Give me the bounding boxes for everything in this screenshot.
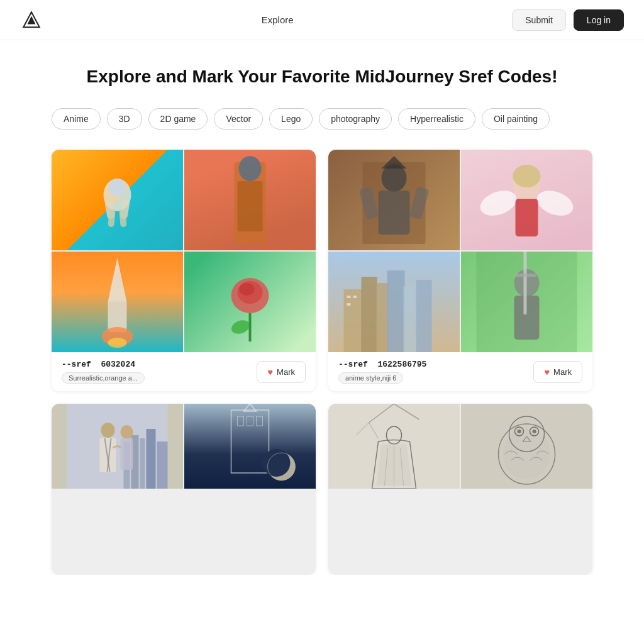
svg-rect-58 — [238, 416, 244, 426]
card-sketch-figures — [328, 404, 592, 575]
card-info-anime: --sref 1622586795 anime style,niji 6 — [338, 360, 426, 384]
svg-line-67 — [357, 423, 369, 435]
category-oilpainting[interactable]: Oil painting — [482, 108, 550, 130]
svg-rect-35 — [404, 286, 418, 352]
svg-rect-52 — [121, 438, 133, 470]
mark-button-2[interactable]: ♥ Mark — [533, 361, 582, 383]
svg-rect-36 — [416, 280, 432, 352]
svg-rect-31 — [344, 289, 363, 352]
svg-line-66 — [394, 404, 419, 419]
card-surrealistic: --sref 6032024 Surrealistic,orange a... … — [52, 150, 316, 391]
svg-point-27 — [513, 165, 541, 187]
svg-rect-60 — [257, 416, 263, 426]
svg-point-51 — [121, 425, 133, 439]
svg-point-78 — [518, 430, 521, 433]
logo[interactable] — [20, 9, 43, 31]
sref-tag-2: anime style,niji 6 — [338, 372, 403, 384]
svg-rect-49 — [147, 429, 156, 489]
card-images-anime — [328, 150, 592, 352]
svg-rect-43 — [524, 252, 527, 314]
category-3d[interactable]: 3D — [107, 108, 142, 130]
svg-rect-44 — [514, 274, 536, 277]
svg-point-53 — [101, 423, 115, 438]
card-image-9 — [52, 404, 183, 489]
category-row: Anime 3D 2D game Vector Lego photography… — [52, 108, 592, 130]
card-footer-surrealistic: --sref 6032024 Surrealistic,orange a... … — [52, 352, 316, 391]
card-images-sketch-figures — [328, 404, 592, 575]
svg-rect-32 — [362, 277, 377, 352]
card-info-surrealistic: --sref 6032024 Surrealistic,orange a... — [62, 360, 145, 384]
heart-icon-1: ♥ — [267, 367, 273, 377]
card-image-4 — [184, 252, 316, 352]
card-image-7 — [328, 252, 460, 352]
sref-code-1: --sref 6032024 — [62, 360, 145, 369]
card-image-3 — [52, 252, 183, 352]
category-anime[interactable]: Anime — [52, 108, 101, 130]
card-image-11 — [328, 404, 460, 489]
card-images-sketch — [52, 404, 316, 575]
explore-nav-link[interactable]: Explore — [262, 14, 294, 25]
sref-tag-1: Surrealistic,orange a... — [62, 372, 145, 384]
svg-point-3 — [109, 179, 126, 196]
svg-point-9 — [239, 156, 262, 181]
svg-point-17 — [240, 283, 255, 296]
main-nav: Explore — [262, 14, 294, 25]
svg-marker-11 — [108, 258, 127, 302]
header-right: Submit Log in — [512, 9, 624, 31]
mark-button-1[interactable]: ♥ Mark — [257, 361, 306, 383]
card-footer-anime: --sref 1622586795 anime style,niji 6 ♥ M… — [328, 352, 592, 391]
svg-point-19 — [230, 318, 252, 336]
svg-line-65 — [369, 404, 394, 423]
card-anime: --sref 1622586795 anime style,niji 6 ♥ M… — [328, 150, 592, 391]
submit-button[interactable]: Submit — [512, 9, 566, 31]
mark-label-2: Mark — [553, 367, 572, 377]
category-hyperrealistic[interactable]: Hyperrealistic — [398, 108, 475, 130]
login-button[interactable]: Log in — [574, 9, 624, 31]
svg-point-79 — [533, 430, 536, 433]
svg-rect-59 — [247, 416, 253, 426]
svg-rect-34 — [387, 270, 405, 352]
page-title: Explore and Mark Your Favorite MidJourne… — [52, 65, 592, 88]
category-vector[interactable]: Vector — [214, 108, 263, 130]
svg-rect-39 — [347, 303, 351, 306]
category-photography[interactable]: photography — [319, 108, 392, 130]
svg-rect-30 — [516, 199, 538, 236]
card-image-12 — [461, 404, 592, 489]
card-image-8 — [461, 252, 592, 352]
mark-label-1: Mark — [277, 367, 295, 377]
card-image-6 — [461, 150, 592, 250]
svg-rect-23 — [379, 191, 410, 235]
svg-rect-38 — [353, 296, 357, 298]
sref-code-2: --sref 1622586795 — [338, 360, 426, 369]
svg-point-14 — [108, 338, 127, 348]
category-lego[interactable]: Lego — [269, 108, 313, 130]
card-image-10 — [184, 404, 316, 489]
svg-rect-33 — [376, 283, 389, 352]
header: Explore Submit Log in — [0, 0, 644, 40]
svg-rect-10 — [238, 181, 263, 231]
svg-point-63 — [263, 449, 291, 477]
heart-icon-2: ♥ — [544, 367, 550, 377]
card-image-1 — [52, 150, 183, 250]
svg-point-69 — [387, 426, 402, 444]
svg-rect-37 — [347, 296, 351, 298]
card-images-surrealistic — [52, 150, 316, 352]
svg-point-29 — [533, 186, 577, 220]
header-left — [20, 9, 43, 31]
category-2dgame[interactable]: 2D game — [148, 108, 208, 130]
card-image-5 — [328, 150, 460, 250]
svg-rect-48 — [140, 438, 145, 489]
svg-point-28 — [477, 186, 520, 220]
svg-rect-50 — [157, 441, 168, 489]
main-content: Explore and Mark Your Favorite MidJourne… — [39, 40, 605, 575]
cards-grid: --sref 6032024 Surrealistic,orange a... … — [52, 150, 592, 575]
card-image-2 — [184, 150, 316, 250]
svg-line-68 — [369, 423, 379, 438]
card-sketch-couple — [52, 404, 316, 575]
